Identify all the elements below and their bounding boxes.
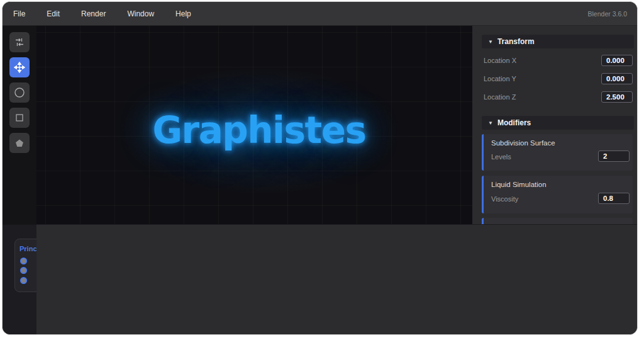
levels-label: Levels	[491, 151, 511, 162]
circle-tool-icon	[14, 87, 25, 98]
shader-node[interactable]: Princi	[14, 239, 36, 292]
square-tool-button[interactable]	[9, 108, 30, 128]
pentagon-tool-icon	[14, 138, 25, 148]
node-socket-3[interactable]	[20, 277, 27, 284]
viscosity-field[interactable]: 0.8	[598, 193, 630, 204]
modifier-title: Subdivision Surface	[491, 139, 555, 147]
location-z-label: Location Z	[484, 91, 516, 103]
viscosity-label: Viscosity	[491, 193, 518, 205]
location-z-field[interactable]: 2.500	[601, 91, 633, 103]
menu-render[interactable]: Render	[81, 9, 106, 18]
tweak-tool-button[interactable]	[9, 32, 30, 52]
tweak-tool-icon	[14, 37, 25, 47]
modifier-card-subdivision: Subdivision Surface Levels 2	[482, 134, 633, 171]
shader-editor[interactable]: Princi	[3, 224, 36, 335]
node-socket-2[interactable]	[20, 267, 27, 274]
location-x-label: Location X	[484, 55, 516, 66]
app-version-label: Blender 3.6.0	[588, 2, 627, 26]
viewport-3d[interactable]: Graphistes	[36, 26, 472, 224]
location-y-label: Location Y	[484, 73, 516, 84]
menu-file[interactable]: File	[13, 9, 25, 18]
square-tool-icon	[14, 113, 25, 123]
transform-section-title: Transform	[497, 37, 535, 46]
collapse-arrow-icon: ▼	[488, 39, 493, 45]
transform-section-header[interactable]: ▼ Transform	[482, 35, 634, 48]
modifiers-section-title: Modifiers	[497, 118, 531, 127]
menu-bar: File Edit Render Window Help Blender 3.6…	[3, 2, 637, 26]
location-x-field[interactable]: 0.000	[601, 55, 633, 66]
shader-node-title: Princi	[19, 245, 36, 252]
tool-shelf	[3, 26, 36, 224]
collapse-arrow-icon: ▼	[488, 120, 493, 126]
levels-field[interactable]: 2	[598, 150, 630, 162]
menu-edit[interactable]: Edit	[47, 9, 60, 18]
text-object[interactable]: Graphistes	[152, 109, 365, 152]
location-y-field[interactable]: 0.000	[601, 73, 633, 84]
bottom-panel	[36, 224, 638, 335]
modifier-card-liquid: Liquid Simulation Viscosity 0.8	[482, 176, 633, 213]
properties-panel: ▼ Transform Location X 0.000 Location Y …	[472, 26, 638, 224]
menu-help[interactable]: Help	[175, 9, 191, 18]
node-socket-1[interactable]	[20, 258, 27, 264]
circle-tool-button[interactable]	[9, 82, 30, 103]
move-tool-icon	[14, 62, 25, 73]
modifiers-section-header[interactable]: ▼ Modifiers	[482, 116, 634, 130]
move-tool-button[interactable]	[9, 57, 30, 77]
pentagon-tool-button[interactable]	[9, 133, 30, 153]
app-window: File Edit Render Window Help Blender 3.6…	[2, 1, 638, 335]
modifier-card-wave: Wave Deform	[482, 218, 633, 224]
menu-window[interactable]: Window	[127, 9, 154, 18]
modifier-title: Liquid Simulation	[491, 181, 547, 188]
